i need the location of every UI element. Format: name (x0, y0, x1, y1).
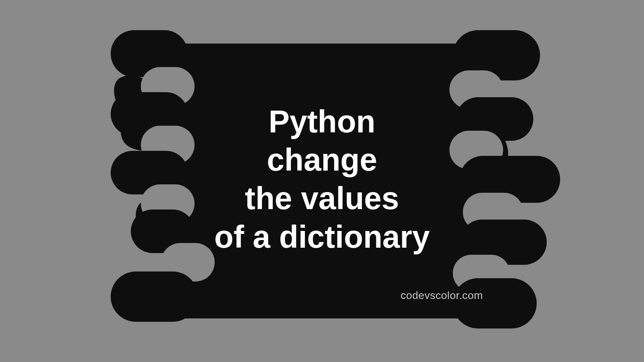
title-line-3: the values (214, 179, 430, 218)
title-text: Python change the values of a dictionary (214, 103, 430, 256)
title-block: Python change the values of a dictionary (74, 44, 570, 318)
title-line-1: Python (214, 103, 430, 141)
hero-card: Python change the values of a dictionary… (74, 44, 570, 318)
credit-text: codevscolor.com (400, 289, 483, 302)
title-line-4: of a dictionary (214, 218, 430, 256)
title-line-2: change (214, 141, 430, 179)
